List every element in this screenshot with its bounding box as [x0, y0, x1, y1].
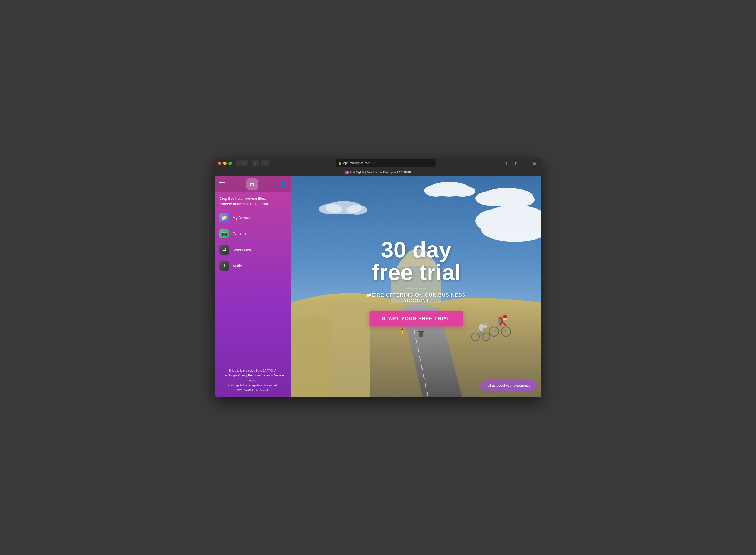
sidebar: m 👤 Drop files here, browse files, brows…: [215, 176, 291, 397]
user-profile-button[interactable]: 👤: [279, 181, 286, 188]
sidebar-items: 📁 My Device 📷 Camera 🖥 Screencast 🎙 Audi…: [215, 210, 291, 274]
svg-point-3: [506, 193, 535, 206]
svg-rect-48: [498, 318, 501, 323]
hero-content: 30 day free trial WE'RE OFFERING ON OUR …: [354, 238, 479, 326]
svg-point-33: [479, 324, 483, 331]
drop-text-bold2: browse folders: [219, 202, 245, 206]
hero-subtitle: WE'RE OFFERING ON OUR BUSINESS ACCOUNT: [354, 293, 479, 304]
drop-text-3: or import from:: [245, 202, 269, 206]
browser-content: m 👤 Drop files here, browse files, brows…: [215, 176, 541, 397]
traffic-lights: [218, 162, 232, 165]
svg-rect-23: [419, 332, 423, 337]
svg-point-35: [483, 323, 487, 326]
camera-icon: 📷: [219, 229, 229, 239]
logo: m: [246, 178, 258, 190]
drop-zone-text: Drop files here, browse files, browse fo…: [215, 193, 291, 210]
main-area: 30 day free trial WE'RE OFFERING ON OUR …: [291, 176, 541, 397]
hero-title: 30 day free trial: [354, 238, 479, 284]
feedback-label: Tell us about your experience.: [486, 383, 531, 387]
sidebar-footer: This site is protected by reCAPTCHA. The…: [215, 365, 291, 397]
sidebar-item-my-device[interactable]: 📁 My Device: [215, 210, 291, 225]
download-button[interactable]: ⬇: [502, 160, 510, 167]
address-bar-container: 🔒 app.mailbigfile.com ↺: [271, 160, 500, 167]
privacy-policy-link[interactable]: Privacy Policy: [238, 374, 256, 377]
minimize-button[interactable]: [223, 162, 227, 165]
terms-of-service-link[interactable]: Terms of Service: [262, 374, 284, 377]
svg-point-47: [502, 315, 507, 318]
svg-point-8: [319, 204, 343, 214]
audio-icon: 🎙: [219, 261, 229, 271]
active-tab[interactable]: m MailBigFile | Send Large Files up to 2…: [342, 169, 414, 176]
browser-window: ▭▾ ‹ › 🔒 app.mailbigfile.com ↺ ⬇ ⬆ + ⊞ m…: [215, 158, 541, 397]
refresh-button[interactable]: ↺: [373, 161, 376, 165]
title-bar: ▭▾ ‹ › 🔒 app.mailbigfile.com ↺ ⬇ ⬆ + ⊞: [215, 158, 541, 169]
screencast-icon: 🖥: [219, 245, 229, 255]
share-button[interactable]: ⬆: [512, 160, 519, 167]
sidebar-item-camera[interactable]: 📷 Camera: [215, 225, 291, 242]
svg-point-5: [424, 185, 448, 197]
tab-bar: m MailBigFile | Send Large Files up to 2…: [215, 169, 541, 176]
start-trial-button[interactable]: START YOUR FREE TRIAL: [369, 311, 463, 326]
sidebar-header: m 👤: [215, 176, 291, 193]
hero-title-line2: free trial: [371, 260, 461, 285]
hero-title-line1: 30 day: [381, 237, 451, 262]
maximize-button[interactable]: [228, 162, 232, 165]
tab-favicon: m: [345, 171, 349, 174]
split-view-button[interactable]: ▭▾: [236, 160, 248, 166]
svg-point-2: [476, 191, 507, 206]
sidebar-item-audio[interactable]: 🎙 Audio: [215, 258, 291, 274]
drop-text-1: Drop files here,: [219, 197, 244, 201]
footer-copyright: ©2005-2024. By Dessol.: [219, 388, 286, 393]
svg-point-9: [346, 205, 367, 215]
hamburger-button[interactable]: [219, 182, 225, 186]
hero-divider: [406, 288, 427, 288]
svg-rect-24: [418, 331, 424, 332]
drop-text-bold1: browse files,: [244, 197, 266, 201]
svg-rect-22: [402, 329, 403, 330]
grid-view-button[interactable]: ⊞: [531, 160, 538, 167]
sidebar-spacer: [215, 274, 291, 365]
add-tab-button[interactable]: +: [521, 160, 529, 167]
footer-line1: This site is protected by reCAPTCHA.: [219, 368, 286, 373]
screencast-label: Screencast: [233, 248, 251, 252]
address-bar[interactable]: 🔒 app.mailbigfile.com ↺: [336, 160, 436, 167]
sidebar-item-screencast[interactable]: 🖥 Screencast: [215, 242, 291, 258]
lock-icon: 🔒: [338, 162, 342, 165]
svg-point-6: [449, 186, 476, 197]
back-button[interactable]: ‹: [252, 160, 259, 166]
audio-label: Audio: [233, 264, 242, 268]
my-device-label: My Device: [233, 216, 250, 220]
camera-label: Camera: [233, 232, 246, 236]
tab-title: MailBigFile | Send Large Files up to 2GB…: [350, 171, 411, 174]
device-icon: 📁: [219, 213, 229, 222]
footer-trademark: MailBigFile® is a registered trademark: [219, 383, 286, 388]
right-controls: ⬇ ⬆ + ⊞: [502, 160, 538, 167]
close-button[interactable]: [218, 162, 221, 165]
feedback-widget[interactable]: Tell us about your experience.: [481, 380, 537, 391]
forward-button[interactable]: ›: [261, 160, 269, 166]
chevron-down-icon: ▾: [242, 162, 244, 165]
url-display: app.mailbigfile.com: [344, 161, 371, 165]
footer-line2: The Google Privacy Policy and Terms of S…: [219, 373, 286, 383]
